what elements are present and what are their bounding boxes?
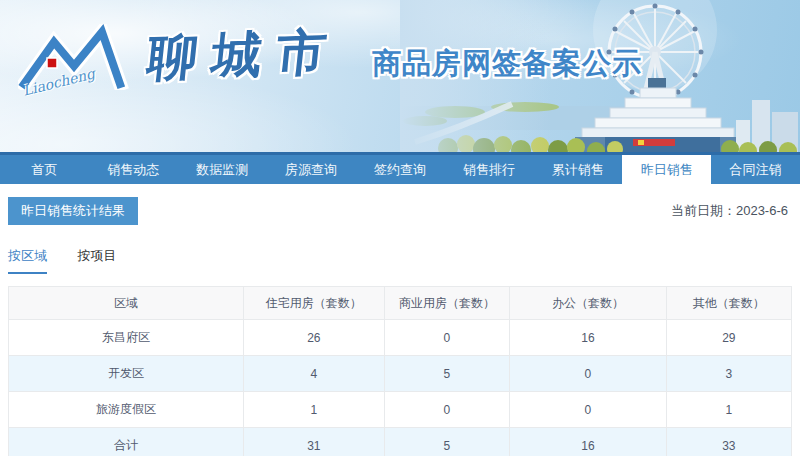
header-banner: Liaocheng 聊城市 商品房网签备案公示 (0, 0, 800, 152)
cell-commercial: 5 (384, 356, 509, 392)
city-logo: Liaocheng (18, 24, 148, 104)
col-header-region: 区域 (9, 287, 244, 320)
table-header-row: 区域 住宅用房（套数） 商业用房（套数） 办公（套数） 其他（套数） (9, 287, 792, 320)
cell-region: 旅游度假区 (9, 392, 244, 428)
cell-other: 29 (666, 320, 791, 356)
tab-by-region[interactable]: 按区域 (8, 247, 47, 274)
table-row-kaifaqu: 开发区 4 5 0 3 (9, 356, 792, 392)
cell-commercial: 0 (384, 320, 509, 356)
nav-item-housing-query[interactable]: 房源查询 (267, 155, 356, 184)
cell-region: 东昌府区 (9, 320, 244, 356)
cell-office: 16 (510, 320, 667, 356)
table-row-tourist-resort: 旅游度假区 1 0 0 1 (9, 392, 792, 428)
cell-residential: 1 (243, 392, 384, 428)
current-date-value: 2023-6-6 (736, 203, 788, 218)
nav-item-sales-ranking[interactable]: 销售排行 (444, 155, 533, 184)
nav-item-contract-query[interactable]: 签约查询 (356, 155, 445, 184)
nav-item-sales-dynamics[interactable]: 销售动态 (89, 155, 178, 184)
banner-title: 商品房网签备案公示 (372, 44, 642, 84)
view-tabs: 按区域 按项目 (8, 246, 792, 274)
cell-commercial: 5 (384, 428, 509, 456)
cell-residential: 31 (243, 428, 384, 456)
cell-office: 0 (510, 356, 667, 392)
cell-region: 合计 (9, 428, 244, 456)
tab-by-project[interactable]: 按项目 (77, 247, 116, 274)
cell-region: 开发区 (9, 356, 244, 392)
nav-item-yesterday-sales[interactable]: 昨日销售 (622, 155, 711, 184)
current-date: 当前日期：2023-6-6 (671, 202, 792, 220)
col-header-other: 其他（套数） (666, 287, 791, 320)
cell-commercial: 0 (384, 392, 509, 428)
table-row-total: 合计 31 5 16 33 (9, 428, 792, 456)
content-header: 昨日销售统计结果 当前日期：2023-6-6 (8, 197, 792, 225)
cell-office: 16 (510, 428, 667, 456)
nav-item-contract-cancellation[interactable]: 合同注销 (711, 155, 800, 184)
cell-office: 0 (510, 392, 667, 428)
cell-other: 3 (666, 356, 791, 392)
nav-item-data-monitoring[interactable]: 数据监测 (178, 155, 267, 184)
cell-residential: 26 (243, 320, 384, 356)
main-content: 昨日销售统计结果 当前日期：2023-6-6 按区域 按项目 区域 住宅用房（套… (0, 197, 800, 456)
col-header-office: 办公（套数） (510, 287, 667, 320)
page-title: 昨日销售统计结果 (8, 197, 138, 225)
main-nav: 首页 销售动态 数据监测 房源查询 签约查询 销售排行 累计销售 昨日销售 合同… (0, 155, 800, 184)
table-row-dongchangfu: 东昌府区 26 0 16 29 (9, 320, 792, 356)
cell-other: 33 (666, 428, 791, 456)
cell-other: 1 (666, 392, 791, 428)
nav-item-cumulative-sales[interactable]: 累计销售 (533, 155, 622, 184)
sales-statistics-table: 区域 住宅用房（套数） 商业用房（套数） 办公（套数） 其他（套数） 东昌府区 … (8, 286, 792, 456)
current-date-label: 当前日期： (671, 203, 736, 218)
col-header-residential: 住宅用房（套数） (243, 287, 384, 320)
nav-item-home[interactable]: 首页 (0, 155, 89, 184)
col-header-commercial: 商业用房（套数） (384, 287, 509, 320)
cell-residential: 4 (243, 356, 384, 392)
city-name-calligraphy: 聊城市 (144, 19, 344, 93)
